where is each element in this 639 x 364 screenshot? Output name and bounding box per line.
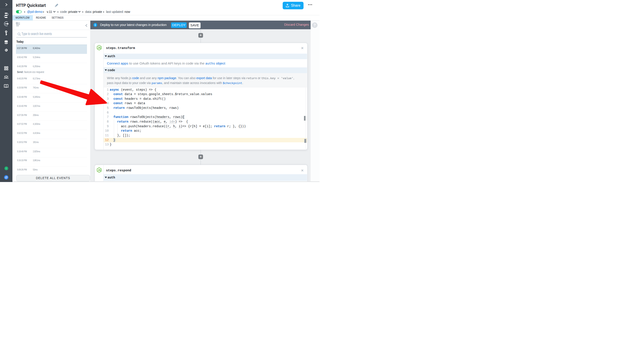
svg-text:JS: JS	[98, 169, 101, 172]
svg-text:JS: JS	[98, 46, 101, 50]
